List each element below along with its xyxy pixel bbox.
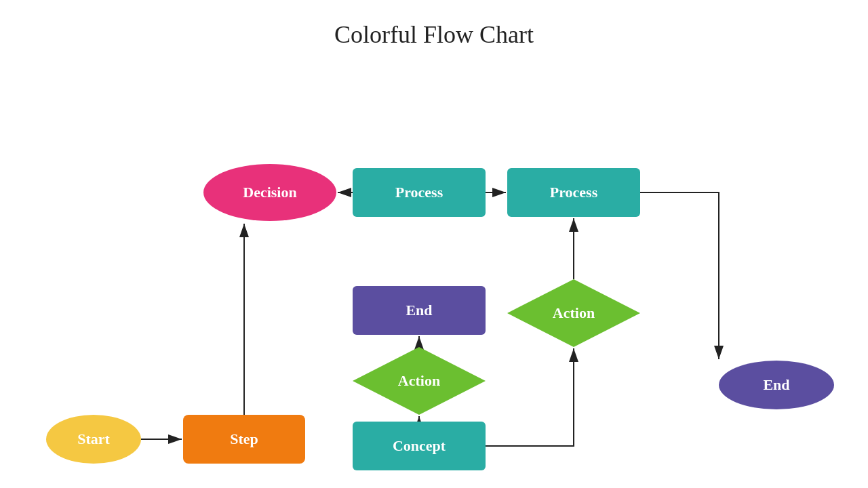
process2-node: Process <box>507 168 640 217</box>
process1-node: Process <box>353 168 486 217</box>
diagram-container: Start Step Decision Process Process End … <box>0 56 868 488</box>
end2-node: End <box>719 361 834 409</box>
action1-node: Action <box>353 347 486 415</box>
decision-node: Decision <box>203 164 336 221</box>
action2-node: Action <box>507 279 640 347</box>
start-node: Start <box>46 415 141 464</box>
concept-node: Concept <box>353 422 486 470</box>
end1-node: End <box>353 286 486 335</box>
step-node: Step <box>183 415 305 464</box>
page-title: Colorful Flow Chart <box>0 0 868 49</box>
